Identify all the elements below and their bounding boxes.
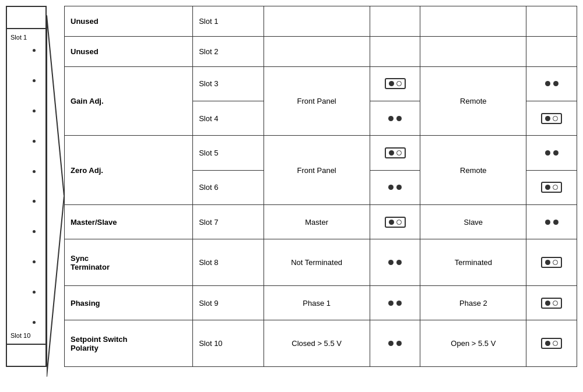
svg-line-1 bbox=[47, 196, 64, 377]
col6-cell bbox=[526, 285, 577, 320]
row-label: Unused bbox=[65, 36, 193, 66]
svg-line-0 bbox=[47, 16, 64, 196]
connector-icon bbox=[385, 78, 406, 89]
col6-cell bbox=[526, 66, 577, 101]
dots-pair bbox=[376, 301, 415, 306]
dot bbox=[545, 220, 550, 225]
dot bbox=[388, 260, 394, 265]
connector-dot-empty bbox=[396, 220, 402, 225]
col5-cell: Terminated bbox=[420, 239, 526, 286]
col4-cell bbox=[370, 285, 420, 320]
table-row: SyncTerminator Slot 8 Not Terminated Ter… bbox=[65, 239, 577, 286]
row-label: Master/Slave bbox=[65, 204, 193, 239]
dot bbox=[396, 185, 402, 190]
connector-dot-filled bbox=[389, 150, 394, 156]
col4-cell bbox=[370, 6, 420, 37]
connector-dot-empty bbox=[396, 81, 402, 86]
col6-cell bbox=[526, 136, 577, 170]
connector-dot-filled bbox=[545, 116, 550, 121]
dot bbox=[396, 301, 402, 306]
col4-cell bbox=[370, 101, 420, 136]
col5-cell bbox=[420, 6, 526, 37]
dot bbox=[553, 220, 559, 225]
col5-cell: Open > 5.5 V bbox=[420, 320, 526, 367]
dots-pair bbox=[532, 150, 571, 156]
main-table: Unused Slot 1 Unused Slot 2 Gain Adj. Sl… bbox=[64, 6, 577, 367]
connector-icon bbox=[541, 257, 562, 268]
connector-dot-empty bbox=[553, 260, 558, 265]
col5-cell bbox=[420, 36, 526, 66]
connector-dot-filled bbox=[545, 185, 550, 190]
col4-cell bbox=[370, 170, 420, 204]
connector-dot-filled bbox=[545, 301, 550, 306]
slot-top-label: Slot 1 bbox=[10, 34, 30, 41]
row-label: Gain Adj. bbox=[65, 66, 193, 136]
table-row: Gain Adj. Slot 3 Front Panel Remote bbox=[65, 66, 577, 101]
col3-cell: Closed > 5.5 V bbox=[264, 320, 370, 367]
slot-cell: Slot 5 bbox=[193, 136, 264, 170]
col4-cell bbox=[370, 36, 420, 66]
panel-dot bbox=[33, 230, 36, 233]
col6-cell bbox=[526, 204, 577, 239]
col6-cell bbox=[526, 36, 577, 66]
table-row: Unused Slot 2 bbox=[65, 36, 577, 66]
connector-icon bbox=[385, 217, 406, 228]
triangle-connector bbox=[47, 6, 64, 386]
col5-cell: Remote bbox=[420, 66, 526, 136]
dot bbox=[553, 81, 559, 86]
row-label: Unused bbox=[65, 6, 193, 37]
dot bbox=[396, 116, 402, 121]
dot bbox=[396, 260, 402, 265]
slot-cell: Slot 1 bbox=[193, 6, 264, 37]
connector-dot-filled bbox=[545, 341, 550, 346]
table-row: Setpoint SwitchPolarity Slot 10 Closed >… bbox=[65, 320, 577, 367]
row-label: Setpoint SwitchPolarity bbox=[65, 320, 193, 367]
connector-dot-filled bbox=[389, 81, 394, 86]
row-label: Phasing bbox=[65, 285, 193, 320]
col3-cell: Front Panel bbox=[264, 66, 370, 136]
connector-dot-empty bbox=[553, 341, 558, 346]
dots-pair bbox=[532, 81, 571, 86]
slot-cell: Slot 8 bbox=[193, 239, 264, 286]
col5-cell: Phase 2 bbox=[420, 285, 526, 320]
slot-cell: Slot 6 bbox=[193, 170, 264, 204]
table-row: Unused Slot 1 bbox=[65, 6, 577, 37]
panel-dot bbox=[33, 110, 36, 112]
connector-dot-empty bbox=[396, 150, 402, 156]
left-panel: Slot 1 Slot 10 bbox=[6, 6, 47, 367]
dots-pair bbox=[376, 341, 415, 346]
slot-main-section: Slot 1 Slot 10 bbox=[6, 29, 47, 344]
dots-pair bbox=[376, 116, 415, 121]
connector-icon bbox=[385, 147, 406, 158]
slot-bot-border bbox=[6, 344, 47, 367]
col3-cell bbox=[264, 36, 370, 66]
col4-cell bbox=[370, 66, 420, 101]
connector-icon bbox=[541, 338, 562, 349]
connector-dot-filled bbox=[545, 260, 550, 265]
slot-cell: Slot 10 bbox=[193, 320, 264, 367]
panel-dot bbox=[33, 170, 36, 173]
col6-cell bbox=[526, 6, 577, 37]
slot-cell: Slot 4 bbox=[193, 101, 264, 136]
dot bbox=[388, 341, 394, 346]
panel-dot bbox=[33, 291, 36, 294]
panel-dot bbox=[33, 49, 36, 52]
slot-cell: Slot 9 bbox=[193, 285, 264, 320]
dot bbox=[396, 341, 402, 346]
slot-cell: Slot 3 bbox=[193, 66, 264, 101]
col3-cell bbox=[264, 6, 370, 37]
panel-dot bbox=[33, 140, 36, 143]
dot bbox=[388, 185, 394, 190]
col6-cell bbox=[526, 170, 577, 204]
table-row: Master/Slave Slot 7 Master Slave bbox=[65, 204, 577, 239]
panel-dot bbox=[33, 79, 36, 82]
table-row: Zero Adj. Slot 5 Front Panel Remote bbox=[65, 136, 577, 170]
col5-cell: Slave bbox=[420, 204, 526, 239]
col4-cell bbox=[370, 136, 420, 170]
col4-cell bbox=[370, 320, 420, 367]
col6-cell bbox=[526, 320, 577, 367]
dot bbox=[388, 301, 394, 306]
col3-cell: Not Terminated bbox=[264, 239, 370, 286]
panel-dot bbox=[33, 321, 36, 324]
dot bbox=[388, 116, 394, 121]
